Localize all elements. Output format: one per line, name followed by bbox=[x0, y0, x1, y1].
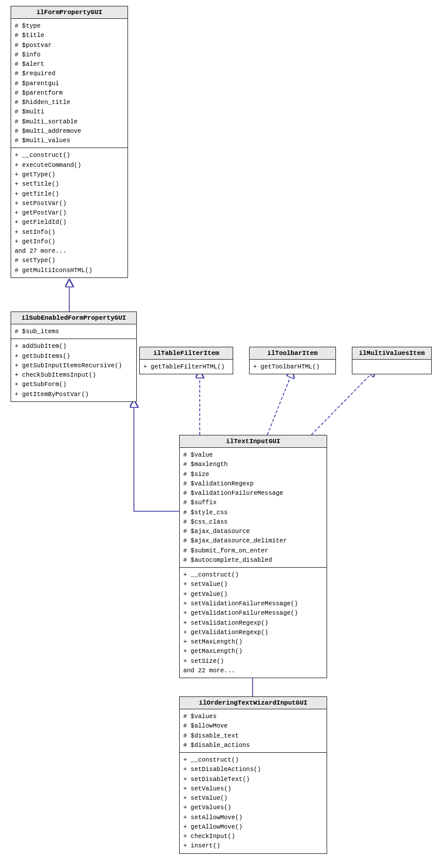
svg-line-2 bbox=[267, 370, 293, 435]
box-ilToolbarItem: ilToolbarItem + getToolbarHTML() bbox=[249, 347, 336, 374]
section-ilTextInputGUI-fields: # $value # $maxlength # $size # $validat… bbox=[180, 448, 327, 568]
section-ilFormPropertyGUI-fields: # $type # $title # $postvar # $info # $a… bbox=[11, 19, 127, 148]
section-ilSubEnabled-fields: # $sub_items bbox=[11, 324, 136, 339]
title-ilToolbarItem: ilToolbarItem bbox=[250, 347, 335, 360]
section-ilTextInputGUI-methods: + __construct() + setValue() + getValue(… bbox=[180, 568, 327, 678]
box-ilMultiValuesItem: ilMultiValuesItem bbox=[352, 347, 432, 374]
diagram-container: ilFormPropertyGUI # $type # $title # $po… bbox=[0, 0, 437, 868]
title-ilTextInputGUI: ilTextInputGUI bbox=[180, 435, 327, 448]
svg-line-3 bbox=[311, 369, 376, 435]
section-ilTableFilterItem-methods: + getTableFilterHTML() bbox=[140, 360, 233, 374]
section-ilToolbarItem-methods: + getToolbarHTML() bbox=[250, 360, 335, 374]
section-ilOrderingText-methods: + __construct() + setDisableActions() + … bbox=[180, 753, 327, 853]
title-ilMultiValuesItem: ilMultiValuesItem bbox=[352, 347, 431, 360]
title-ilFormPropertyGUI: ilFormPropertyGUI bbox=[11, 6, 127, 19]
section-ilSubEnabled-methods: + addSubItem() + getSubItems() + getSubI… bbox=[11, 339, 136, 401]
section-ilMultiValuesItem-empty bbox=[352, 360, 431, 374]
box-ilOrderingTextWizardInputGUI: ilOrderingTextWizardInputGUI # $values #… bbox=[179, 696, 327, 854]
title-ilTableFilterItem: ilTableFilterItem bbox=[140, 347, 233, 360]
section-ilOrderingText-fields: # $values # $allowMove # $disable_text #… bbox=[180, 709, 327, 753]
section-ilFormPropertyGUI-methods: + __construct() + executeCommand() + get… bbox=[11, 148, 127, 277]
box-ilTextInputGUI: ilTextInputGUI # $value # $maxlength # $… bbox=[179, 435, 327, 678]
box-ilFormPropertyGUI: ilFormPropertyGUI # $type # $title # $po… bbox=[11, 6, 128, 278]
title-ilOrderingTextWizardInputGUI: ilOrderingTextWizardInputGUI bbox=[180, 697, 327, 709]
box-ilTableFilterItem: ilTableFilterItem + getTableFilterHTML() bbox=[139, 347, 233, 374]
title-ilSubEnabledFormPropertyGUI: ilSubEnabledFormPropertyGUI bbox=[11, 312, 136, 324]
box-ilSubEnabledFormPropertyGUI: ilSubEnabledFormPropertyGUI # $sub_items… bbox=[11, 311, 137, 402]
